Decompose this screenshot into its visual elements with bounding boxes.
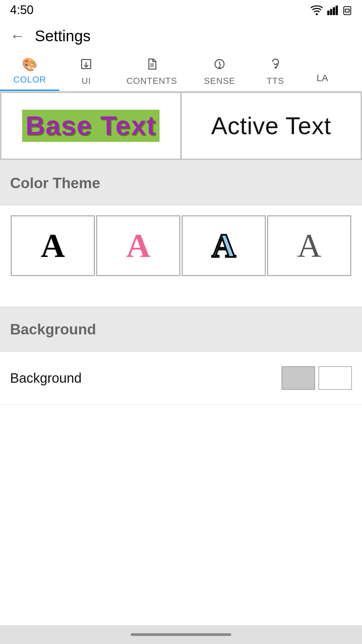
tab-contents-label: CONTENTS [126, 76, 177, 86]
base-text-preview[interactable]: Base Text [1, 92, 181, 159]
tab-sense[interactable]: SENSE [190, 53, 248, 91]
ear-icon [269, 58, 282, 73]
svg-rect-6 [345, 9, 349, 12]
tab-ui-label: UI [81, 76, 91, 86]
status-icons [310, 5, 352, 15]
background-section-header: Background [0, 306, 362, 352]
theme-black-glyph: A [41, 226, 65, 265]
background-section-label: Background [10, 321, 96, 337]
tab-contents[interactable]: CONTENTS [113, 53, 190, 91]
svg-point-11 [275, 67, 276, 68]
color-theme-label: Color Theme [10, 175, 100, 191]
tab-color[interactable]: 🎨 COLOR [0, 52, 59, 91]
tab-color-label: COLOR [13, 74, 46, 85]
theme-option-pink[interactable]: A [96, 215, 180, 276]
clock-download-icon [214, 58, 226, 73]
svg-rect-2 [330, 9, 333, 15]
wifi-icon [310, 5, 323, 15]
background-list-item[interactable]: Background [0, 352, 362, 405]
theme-pink-glyph: A [126, 226, 150, 265]
signal-icon [327, 5, 339, 15]
svg-point-0 [316, 13, 318, 15]
tab-sense-label: SENSE [204, 76, 235, 86]
background-item-label: Background [10, 371, 81, 386]
theme-light-glyph: A [297, 226, 321, 265]
preview-section: Base Text Active Text [0, 92, 362, 160]
svg-rect-1 [327, 11, 329, 15]
active-text-preview[interactable]: Active Text [181, 92, 361, 159]
theme-option-light[interactable]: A [267, 215, 351, 276]
svg-rect-3 [333, 7, 335, 15]
swatch-white[interactable] [318, 366, 352, 390]
theme-option-outlined[interactable]: A [182, 215, 266, 276]
back-button[interactable]: ← [10, 29, 25, 43]
status-time: 4:50 [10, 3, 34, 17]
background-section: Background Background [0, 306, 362, 405]
palette-icon: 🎨 [22, 57, 38, 72]
active-text-label: Active Text [211, 112, 331, 140]
status-bar: 4:50 [0, 0, 362, 20]
theme-outlined-glyph: A [212, 226, 236, 265]
color-swatches [282, 366, 352, 390]
bottom-nav [0, 625, 362, 644]
theme-option-black[interactable]: A [11, 215, 95, 276]
la-icon: LA [317, 73, 328, 84]
bottom-nav-indicator [131, 633, 231, 636]
download-box-icon [80, 58, 92, 73]
tab-tts-label: TTS [267, 76, 284, 86]
base-text-label: Base Text [22, 110, 160, 142]
swatch-gray[interactable] [282, 366, 315, 390]
svg-rect-5 [344, 7, 351, 15]
header: ← Settings [0, 20, 362, 52]
tab-ui[interactable]: UI [59, 53, 113, 91]
color-theme-grid: A A A A [0, 205, 362, 286]
page-title: Settings [35, 27, 90, 45]
tab-la[interactable]: LA [302, 67, 329, 91]
tab-tts[interactable]: TTS [249, 53, 302, 91]
document-icon [146, 58, 158, 73]
color-theme-section-header: Color Theme [0, 160, 362, 205]
svg-rect-4 [336, 6, 338, 15]
sim-icon [343, 5, 352, 15]
tab-bar: 🎨 COLOR UI CONTENTS [0, 52, 362, 92]
